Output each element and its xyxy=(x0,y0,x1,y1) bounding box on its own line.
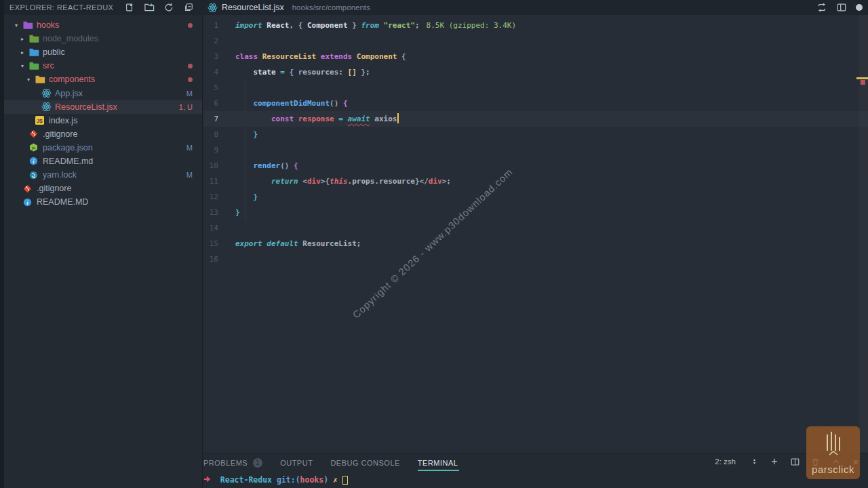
code-token: = xyxy=(334,115,348,123)
code-token: }</ xyxy=(415,177,429,186)
terminal-git: git:( xyxy=(277,475,300,485)
code-token: } xyxy=(254,130,258,139)
sync-layout-icon[interactable] xyxy=(816,2,827,13)
vscode-window: EXPLORER: REACT-REDUX ResourceList.jsx h… xyxy=(0,0,868,488)
code-line-2[interactable]: 2 xyxy=(203,33,868,49)
code-line-9[interactable]: 9 xyxy=(203,142,868,158)
git-status-badge: M xyxy=(186,89,193,98)
code-line-15[interactable]: 15export default ResourceList; xyxy=(203,236,868,251)
code-line-4[interactable]: 4 state = { resources: [] }; xyxy=(203,64,868,80)
code-token: } xyxy=(348,21,357,30)
terminal-dirty: ✗ xyxy=(333,475,338,485)
new-terminal-icon[interactable]: + xyxy=(769,456,780,467)
tree-item-app-jsx[interactable]: App.jsxM xyxy=(0,86,202,100)
chevron-right-icon[interactable]: ▸ xyxy=(21,36,29,42)
unsaved-dot-icon[interactable] xyxy=(856,4,863,11)
panel-tab-debug-console[interactable]: DEBUG CONSOLE xyxy=(330,453,399,472)
chevron-down-icon[interactable]: ▾ xyxy=(15,22,23,28)
new-folder-icon[interactable] xyxy=(144,2,155,13)
collapse-folders-icon[interactable] xyxy=(183,2,194,13)
code-token: axios xyxy=(370,115,397,123)
tree-item-components[interactable]: ▾components xyxy=(0,73,202,86)
tree-item-node-modules[interactable]: ▸node_modules xyxy=(0,32,202,45)
titlebar-actions xyxy=(816,0,863,15)
code-token: React xyxy=(262,21,290,30)
tree-item-yarn-lock[interactable]: yarn.lockM xyxy=(0,168,202,182)
tree-item-label: src xyxy=(43,61,54,70)
editor-tab[interactable]: ResourceList.jsx hooks/src/components xyxy=(203,3,370,13)
panel-tab-problems[interactable]: PROBLEMS1 xyxy=(203,453,262,472)
line-number: 6 xyxy=(203,96,218,111)
panel-tab-output[interactable]: OUTPUT xyxy=(280,453,313,472)
tree-item-resourcelist-jsx[interactable]: ResourceList.jsx1, U xyxy=(0,100,202,114)
code-token: export default xyxy=(235,239,298,248)
tree-item-readme-md[interactable]: iREADME.md xyxy=(0,155,202,168)
react-icon xyxy=(41,102,54,112)
tree-item-public[interactable]: ▸public xyxy=(0,45,202,59)
terminal-branch: hooks xyxy=(300,475,324,485)
terminal-git: ) xyxy=(323,475,333,485)
terminal-prompt[interactable]: React-Redux git:(hooks) ✗ xyxy=(203,475,868,485)
code-token: () xyxy=(280,161,289,170)
chevron-down-icon[interactable]: ▾ xyxy=(27,77,35,83)
tree-item-readme-md[interactable]: iREADME.MD xyxy=(0,195,202,209)
code-token: } xyxy=(235,208,240,217)
git-modified-dot xyxy=(188,23,193,28)
tree-item-index-js[interactable]: JSindex.js xyxy=(0,114,202,127)
code-line-10[interactable]: 10 render() { xyxy=(203,158,868,174)
node-icon: js xyxy=(29,143,41,152)
prompt-arrow-icon xyxy=(203,475,211,485)
tree-item-label: .gitignore xyxy=(43,129,77,139)
code-line-14[interactable]: 14 xyxy=(203,220,868,236)
new-file-icon[interactable] xyxy=(124,2,135,13)
code-line-6[interactable]: 6 componentDidMount() { xyxy=(203,96,868,111)
chevron-down-icon[interactable]: ▾ xyxy=(21,63,29,69)
code-line-1[interactable]: 1import React, { Component } from "react… xyxy=(203,18,868,33)
explorer-header: EXPLORER: REACT-REDUX xyxy=(0,2,203,13)
split-terminal-icon[interactable] xyxy=(789,456,800,467)
tree-item-label: package.json xyxy=(43,143,93,152)
code-token: return xyxy=(271,177,298,186)
panel-tab-label: DEBUG CONSOLE xyxy=(330,459,399,467)
code-token: ; xyxy=(415,21,420,30)
tree-item-package-json[interactable]: jspackage.jsonM xyxy=(0,141,202,155)
code-line-12[interactable]: 12 } xyxy=(203,189,868,205)
panel-tab-label: OUTPUT xyxy=(280,459,313,467)
refresh-explorer-icon[interactable] xyxy=(163,2,174,13)
line-number: 4 xyxy=(203,64,218,80)
code-token: const xyxy=(271,115,294,123)
code-token: response xyxy=(294,115,334,123)
code-token: import xyxy=(235,21,262,30)
terminal-shell-select[interactable]: 2: zsh ▴▾ xyxy=(711,457,760,466)
code-token: [] xyxy=(348,68,357,77)
folder-components-icon xyxy=(35,75,47,84)
tree-item-label: public xyxy=(43,47,65,57)
chevron-right-icon[interactable]: ▸ xyxy=(21,49,29,56)
yarn-icon xyxy=(29,171,41,180)
code-token: { xyxy=(397,52,406,61)
tree-item-label: .gitignore xyxy=(37,184,71,193)
code-editor[interactable]: 1import React, { Component } from "react… xyxy=(203,15,868,453)
explorer-actions xyxy=(124,2,194,13)
panel-tab-terminal[interactable]: TERMINAL xyxy=(418,453,458,472)
tree-item-src[interactable]: ▾src xyxy=(0,59,202,73)
code-token: .props.resource xyxy=(348,177,415,186)
line-number: 15 xyxy=(203,236,218,251)
code-token: state xyxy=(254,68,276,77)
explorer-title: EXPLORER: REACT-REDUX xyxy=(9,3,113,12)
text-cursor xyxy=(397,113,399,123)
tree-item-hooks[interactable]: ▾hooks xyxy=(0,18,202,32)
tree-item--gitignore[interactable]: .gitignore xyxy=(0,127,202,141)
code-line-16[interactable]: 16 xyxy=(203,251,868,267)
code-line-5[interactable]: 5 xyxy=(203,80,868,96)
tree-item--gitignore[interactable]: .gitignore xyxy=(0,182,202,195)
bottom-panel: PROBLEMS1OUTPUTDEBUG CONSOLETERMINAL 2: … xyxy=(203,453,868,488)
split-editor-icon[interactable] xyxy=(836,2,847,13)
code-line-7[interactable]: 7 const response = await axios xyxy=(203,111,868,127)
code-line-8[interactable]: 8 } xyxy=(203,127,868,142)
code-token xyxy=(235,99,254,108)
code-line-11[interactable]: 11 return <div>{this.props.resource}</di… xyxy=(203,174,868,189)
code-line-3[interactable]: 3class ResourceList extends Component { xyxy=(203,49,868,64)
code-token: ResourceList xyxy=(262,52,316,61)
code-line-13[interactable]: 13} xyxy=(203,205,868,220)
